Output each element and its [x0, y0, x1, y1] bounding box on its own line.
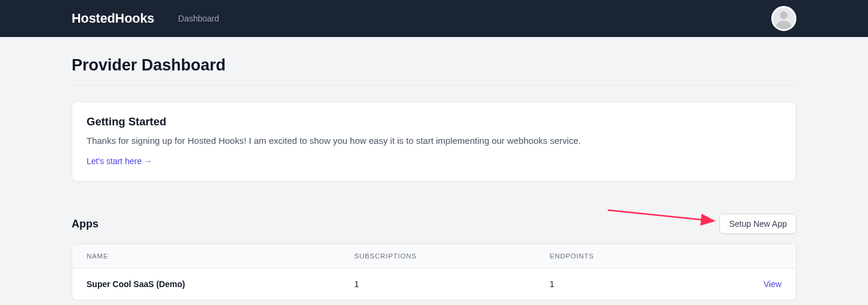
svg-line-0	[608, 210, 713, 221]
avatar-icon	[773, 8, 795, 29]
app-endpoints-cell: 1	[535, 269, 724, 300]
col-header-endpoints: Endpoints	[535, 244, 724, 269]
apps-table: Name Subscriptions Endpoints Super Cool …	[72, 244, 796, 300]
nav-dashboard[interactable]: Dashboard	[178, 14, 220, 23]
setup-new-app-button[interactable]: Setup New App	[719, 214, 796, 234]
page-title: Provider Dashboard	[72, 37, 796, 86]
logo[interactable]: HostedHooks	[72, 11, 155, 26]
getting-started-card: Getting Started Thanks for signing up fo…	[72, 101, 796, 181]
app-subscriptions-cell: 1	[340, 269, 535, 300]
avatar-menu[interactable]	[771, 6, 796, 31]
apps-section-title: Apps	[72, 218, 99, 230]
col-header-name: Name	[72, 244, 340, 269]
getting-started-link[interactable]: Let's start here →	[87, 156, 152, 166]
col-header-actions	[724, 244, 796, 269]
main-content: Provider Dashboard Getting Started Thank…	[0, 37, 868, 300]
apps-section-header: Apps Setup New App	[72, 214, 796, 234]
table-header-row: Name Subscriptions Endpoints	[72, 244, 796, 269]
annotation-arrow-icon	[607, 207, 720, 226]
getting-started-body: Thanks for signing up for Hosted Hooks! …	[87, 134, 781, 147]
getting-started-title: Getting Started	[87, 115, 781, 128]
app-name-cell: Super Cool SaaS (Demo)	[72, 269, 340, 300]
top-header: HostedHooks Dashboard	[0, 0, 868, 37]
table-row: Super Cool SaaS (Demo) 1 1 View	[72, 269, 796, 300]
view-app-link[interactable]: View	[764, 279, 781, 289]
col-header-subscriptions: Subscriptions	[340, 244, 535, 269]
